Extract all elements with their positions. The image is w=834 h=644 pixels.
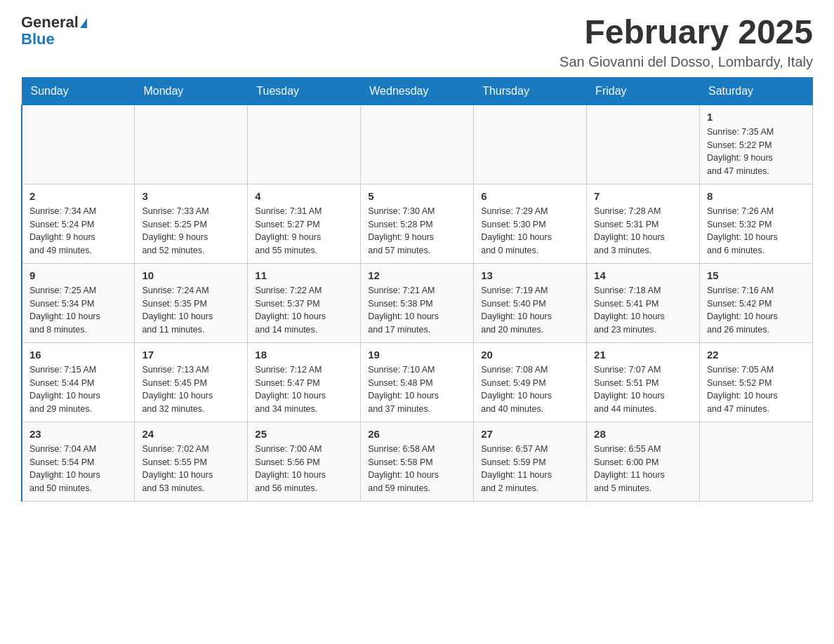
day-info: Sunrise: 7:10 AM Sunset: 5:48 PM Dayligh…: [368, 363, 466, 416]
day-number: 4: [255, 190, 353, 202]
calendar-cell: 17Sunrise: 7:13 AM Sunset: 5:45 PM Dayli…: [135, 342, 248, 422]
calendar-cell: 16Sunrise: 7:15 AM Sunset: 5:44 PM Dayli…: [22, 342, 135, 422]
day-info: Sunrise: 6:57 AM Sunset: 5:59 PM Dayligh…: [481, 443, 579, 495]
weekday-header-tuesday: Tuesday: [248, 77, 361, 105]
day-number: 8: [707, 190, 805, 202]
day-info: Sunrise: 7:05 AM Sunset: 5:52 PM Dayligh…: [707, 363, 805, 416]
weekday-header-row: SundayMondayTuesdayWednesdayThursdayFrid…: [22, 77, 813, 105]
day-number: 22: [707, 349, 805, 361]
calendar-cell: [248, 105, 361, 184]
day-number: 18: [255, 349, 353, 361]
calendar-cell: 5Sunrise: 7:30 AM Sunset: 5:28 PM Daylig…: [361, 184, 474, 263]
day-number: 16: [29, 349, 127, 361]
day-number: 14: [594, 269, 692, 281]
calendar-cell: 15Sunrise: 7:16 AM Sunset: 5:42 PM Dayli…: [700, 263, 813, 342]
day-info: Sunrise: 7:28 AM Sunset: 5:31 PM Dayligh…: [594, 205, 692, 257]
weekday-header-friday: Friday: [587, 77, 700, 105]
calendar-week-row: 1Sunrise: 7:35 AM Sunset: 5:22 PM Daylig…: [22, 105, 813, 184]
day-number: 7: [594, 190, 692, 202]
day-info: Sunrise: 7:30 AM Sunset: 5:28 PM Dayligh…: [368, 205, 466, 257]
day-number: 1: [707, 111, 805, 123]
day-number: 17: [142, 349, 240, 361]
day-info: Sunrise: 7:08 AM Sunset: 5:49 PM Dayligh…: [481, 363, 579, 416]
calendar-cell: [22, 105, 135, 184]
day-number: 26: [368, 428, 466, 440]
day-info: Sunrise: 7:15 AM Sunset: 5:44 PM Dayligh…: [29, 363, 127, 416]
day-info: Sunrise: 7:18 AM Sunset: 5:41 PM Dayligh…: [594, 284, 692, 337]
day-info: Sunrise: 7:21 AM Sunset: 5:38 PM Dayligh…: [368, 284, 466, 337]
calendar-cell: 9Sunrise: 7:25 AM Sunset: 5:34 PM Daylig…: [22, 263, 135, 342]
day-number: 12: [368, 269, 466, 281]
day-info: Sunrise: 7:25 AM Sunset: 5:34 PM Dayligh…: [29, 284, 127, 337]
day-info: Sunrise: 7:19 AM Sunset: 5:40 PM Dayligh…: [481, 284, 579, 337]
title-block: February 2025 San Giovanni del Dosso, Lo…: [560, 14, 813, 70]
day-number: 2: [29, 190, 127, 202]
day-info: Sunrise: 7:04 AM Sunset: 5:54 PM Dayligh…: [29, 443, 127, 495]
day-info: Sunrise: 7:16 AM Sunset: 5:42 PM Dayligh…: [707, 284, 805, 337]
calendar-cell: 4Sunrise: 7:31 AM Sunset: 5:27 PM Daylig…: [248, 184, 361, 263]
day-info: Sunrise: 6:58 AM Sunset: 5:58 PM Dayligh…: [368, 443, 466, 495]
day-number: 23: [29, 428, 127, 440]
calendar-cell: 21Sunrise: 7:07 AM Sunset: 5:51 PM Dayli…: [587, 342, 700, 422]
day-number: 15: [707, 269, 805, 281]
calendar-cell: 6Sunrise: 7:29 AM Sunset: 5:30 PM Daylig…: [474, 184, 587, 263]
logo-triangle-icon: [80, 18, 87, 28]
day-info: Sunrise: 7:22 AM Sunset: 5:37 PM Dayligh…: [255, 284, 353, 337]
logo: General Blue: [21, 14, 87, 48]
calendar-cell: [587, 105, 700, 184]
calendar-cell: 28Sunrise: 6:55 AM Sunset: 6:00 PM Dayli…: [587, 422, 700, 501]
calendar-cell: 7Sunrise: 7:28 AM Sunset: 5:31 PM Daylig…: [587, 184, 700, 263]
calendar-cell: 20Sunrise: 7:08 AM Sunset: 5:49 PM Dayli…: [474, 342, 587, 422]
calendar-cell: [135, 105, 248, 184]
page-subtitle: San Giovanni del Dosso, Lombardy, Italy: [560, 54, 813, 70]
calendar-cell: 26Sunrise: 6:58 AM Sunset: 5:58 PM Dayli…: [361, 422, 474, 501]
calendar-week-row: 9Sunrise: 7:25 AM Sunset: 5:34 PM Daylig…: [22, 263, 813, 342]
day-number: 3: [142, 190, 240, 202]
weekday-header-thursday: Thursday: [474, 77, 587, 105]
day-number: 13: [481, 269, 579, 281]
day-number: 21: [594, 349, 692, 361]
weekday-header-sunday: Sunday: [22, 77, 135, 105]
calendar-cell: 19Sunrise: 7:10 AM Sunset: 5:48 PM Dayli…: [361, 342, 474, 422]
calendar-cell: 18Sunrise: 7:12 AM Sunset: 5:47 PM Dayli…: [248, 342, 361, 422]
calendar-cell: 13Sunrise: 7:19 AM Sunset: 5:40 PM Dayli…: [474, 263, 587, 342]
calendar-cell: 25Sunrise: 7:00 AM Sunset: 5:56 PM Dayli…: [248, 422, 361, 501]
calendar-cell: 11Sunrise: 7:22 AM Sunset: 5:37 PM Dayli…: [248, 263, 361, 342]
calendar-week-row: 23Sunrise: 7:04 AM Sunset: 5:54 PM Dayli…: [22, 422, 813, 501]
day-number: 27: [481, 428, 579, 440]
calendar-cell: 1Sunrise: 7:35 AM Sunset: 5:22 PM Daylig…: [700, 105, 813, 184]
day-info: Sunrise: 7:13 AM Sunset: 5:45 PM Dayligh…: [142, 363, 240, 416]
day-info: Sunrise: 7:29 AM Sunset: 5:30 PM Dayligh…: [481, 205, 579, 257]
weekday-header-saturday: Saturday: [700, 77, 813, 105]
calendar-cell: 10Sunrise: 7:24 AM Sunset: 5:35 PM Dayli…: [135, 263, 248, 342]
calendar-cell: 23Sunrise: 7:04 AM Sunset: 5:54 PM Dayli…: [22, 422, 135, 501]
day-number: 11: [255, 269, 353, 281]
calendar-cell: 14Sunrise: 7:18 AM Sunset: 5:41 PM Dayli…: [587, 263, 700, 342]
day-info: Sunrise: 7:24 AM Sunset: 5:35 PM Dayligh…: [142, 284, 240, 337]
day-number: 5: [368, 190, 466, 202]
day-info: Sunrise: 7:07 AM Sunset: 5:51 PM Dayligh…: [594, 363, 692, 416]
day-number: 19: [368, 349, 466, 361]
day-number: 24: [142, 428, 240, 440]
calendar-cell: 27Sunrise: 6:57 AM Sunset: 5:59 PM Dayli…: [474, 422, 587, 501]
calendar-cell: 8Sunrise: 7:26 AM Sunset: 5:32 PM Daylig…: [700, 184, 813, 263]
calendar-cell: 12Sunrise: 7:21 AM Sunset: 5:38 PM Dayli…: [361, 263, 474, 342]
day-info: Sunrise: 7:00 AM Sunset: 5:56 PM Dayligh…: [255, 443, 353, 495]
day-info: Sunrise: 7:26 AM Sunset: 5:32 PM Dayligh…: [707, 205, 805, 257]
weekday-header-wednesday: Wednesday: [361, 77, 474, 105]
calendar-cell: 3Sunrise: 7:33 AM Sunset: 5:25 PM Daylig…: [135, 184, 248, 263]
day-number: 20: [481, 349, 579, 361]
logo-blue-text: Blue: [21, 31, 87, 48]
calendar-cell: [700, 422, 813, 501]
calendar-week-row: 2Sunrise: 7:34 AM Sunset: 5:24 PM Daylig…: [22, 184, 813, 263]
day-info: Sunrise: 7:34 AM Sunset: 5:24 PM Dayligh…: [29, 205, 127, 257]
day-info: Sunrise: 6:55 AM Sunset: 6:00 PM Dayligh…: [594, 443, 692, 495]
day-info: Sunrise: 7:31 AM Sunset: 5:27 PM Dayligh…: [255, 205, 353, 257]
day-number: 9: [29, 269, 127, 281]
weekday-header-monday: Monday: [135, 77, 248, 105]
logo-general-text: General: [21, 13, 79, 31]
calendar-cell: [361, 105, 474, 184]
day-number: 6: [481, 190, 579, 202]
page-header: General Blue February 2025 San Giovanni …: [21, 14, 813, 70]
calendar-table: SundayMondayTuesdayWednesdayThursdayFrid…: [21, 77, 813, 502]
